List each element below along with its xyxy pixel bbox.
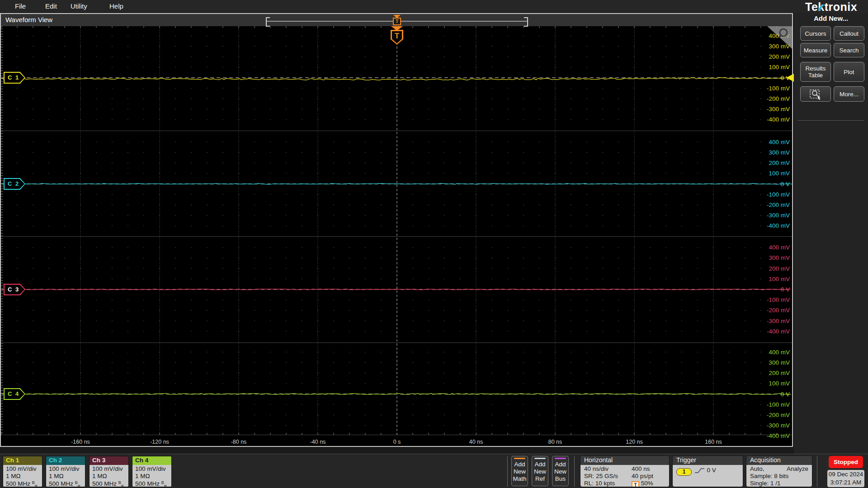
y-label-ch2: -400 mV: [767, 222, 790, 229]
datetime-badge: 09 Dec 2024 3:07:21 AM: [827, 470, 864, 487]
add-new-math-button[interactable]: AddNewMath: [511, 456, 528, 486]
accent-bar: [555, 458, 566, 459]
zoom-box-button[interactable]: [800, 86, 831, 102]
y-label-ch3: 400 mV: [769, 244, 790, 251]
add-new-measure-button[interactable]: Measure: [800, 43, 831, 57]
run-status-badge[interactable]: Stopped: [829, 456, 863, 468]
add-new-cursors-button[interactable]: Cursors: [800, 26, 831, 41]
horizontal-panel[interactable]: Horizontal 40 ns/div400 ns SR: 25 GS/s40…: [580, 455, 670, 487]
y-label-ch1: -100 mV: [767, 85, 790, 92]
add-new-search-button[interactable]: Search: [834, 43, 864, 57]
channel-badge-ch1[interactable]: Ch 1100 mV/div1 MΩ500 MHz Bw: [3, 456, 42, 487]
channel-label: Ch 3: [90, 456, 128, 465]
channel-bandwidth: 500 MHz Bw: [92, 479, 128, 487]
channel-scale: 100 mV/div: [92, 465, 128, 473]
y-label-ch4: 300 mV: [769, 359, 790, 366]
acquisition-single: Single: 1 /1: [750, 480, 808, 487]
y-label-ch2: 400 mV: [769, 139, 790, 145]
channel-bandwidth: 500 MHz Bw: [49, 479, 85, 487]
y-label-ch1: 100 mV: [769, 64, 790, 70]
y-label-ch4: -400 mV: [767, 432, 790, 439]
menu-edit[interactable]: Edit: [42, 1, 60, 11]
sidebar-divider: [797, 120, 864, 121]
y-label-ch2: -200 mV: [767, 202, 790, 208]
trigger-level-value: 0 V: [707, 467, 716, 474]
y-label-ch4: -200 mV: [767, 412, 790, 418]
add-new-more--button[interactable]: More...: [834, 86, 864, 102]
add-new-ref-button[interactable]: AddNewRef: [532, 456, 548, 486]
trigger-panel[interactable]: Trigger 1 0 V: [672, 455, 743, 487]
add-new-header: Add New...: [794, 14, 868, 22]
horizontal-scale: 40 ns/div: [584, 465, 632, 473]
menu-help[interactable]: Help: [107, 1, 126, 11]
add-new-plot-button[interactable]: Plot: [834, 62, 864, 82]
add-new-bus-button[interactable]: AddNewBus: [552, 456, 569, 486]
accent-bar: [534, 458, 546, 459]
menu-file[interactable]: File: [12, 1, 28, 11]
y-label-ch3: -400 mV: [767, 328, 790, 335]
y-label-ch2: 300 mV: [769, 149, 790, 156]
zoom-box-icon: [809, 88, 822, 100]
time-text: 3:07:21 AM: [827, 479, 864, 487]
channel-settings: 100 mV/div1 MΩ500 MHz Bw: [132, 465, 171, 487]
channel-badge-ch4[interactable]: Ch 4100 mV/div1 MΩ500 MHz Bw: [132, 456, 172, 487]
sample-resolution: 40 ps/pt: [632, 473, 653, 480]
acquisition-analyze: Analyze: [787, 465, 808, 473]
y-label-ch2: 200 mV: [769, 160, 790, 166]
channel-badge-ch2[interactable]: Ch 2100 mV/div1 MΩ500 MHz Bw: [46, 456, 85, 487]
x-label: 160 ns: [705, 439, 722, 445]
y-label-ch4: 100 mV: [769, 380, 790, 387]
y-label-ch1: -200 mV: [767, 95, 790, 102]
waveform-view-title: Waveform View: [5, 16, 52, 23]
horizontal-panel-title: Horizontal: [580, 456, 669, 465]
channel-impedance: 1 MΩ: [6, 473, 42, 480]
channel-label: Ch 1: [3, 456, 42, 465]
y-label-ch2: 0 V: [781, 181, 790, 188]
y-label-ch3: 300 mV: [769, 254, 790, 261]
sample-rate: SR: 25 GS/s: [584, 473, 632, 480]
y-label-ch1: 200 mV: [769, 53, 790, 60]
overview-bracket-right[interactable]: [524, 17, 528, 27]
channel-impedance: 1 MΩ: [49, 473, 85, 480]
acquisition-panel-title: Acquisition: [746, 456, 812, 465]
trigger-level-arrow-icon[interactable]: [786, 74, 794, 82]
date-text: 09 Dec 2024: [827, 470, 864, 479]
channel-bandwidth: 500 MHz Bw: [135, 479, 171, 487]
y-label-ch3: -300 mV: [767, 318, 790, 324]
trigger-panel-title: Trigger: [673, 456, 743, 465]
y-label-ch2: 100 mV: [769, 170, 790, 177]
accent-bar: [514, 458, 525, 459]
separator: [817, 456, 817, 487]
y-label-ch3: -200 mV: [767, 307, 790, 314]
y-label-ch3: 200 mV: [769, 265, 790, 272]
channel-handle-label: C 1: [5, 73, 24, 83]
x-label: -80 ns: [231, 439, 247, 445]
menu-bar: FileEditUtilityHelp: [0, 0, 868, 13]
x-label: 120 ns: [626, 439, 643, 445]
y-label-ch4: 400 mV: [769, 349, 790, 356]
channel-scale: 100 mV/div: [135, 465, 171, 473]
right-sidebar: Add New... CursorsCalloutMeasureSearchRe…: [794, 13, 868, 454]
trigger-position-mini-icon[interactable]: T: [393, 18, 401, 25]
overview-bracket-left[interactable]: [266, 17, 270, 27]
add-new-callout-button[interactable]: Callout: [834, 26, 864, 41]
waveform-graticule[interactable]: 400 mV300 mV200 mV100 mV0 V-100 mV-200 m…: [1, 26, 792, 446]
channel-badge-ch3[interactable]: Ch 3100 mV/div1 MΩ500 MHz Bw: [89, 456, 129, 487]
x-label: 80 ns: [548, 439, 562, 445]
channel-impedance: 1 MΩ: [92, 473, 128, 480]
menu-utility[interactable]: Utility: [68, 1, 90, 11]
channel-scale: 100 mV/div: [6, 465, 42, 473]
y-label-ch1: -400 mV: [767, 116, 790, 123]
channel-settings: 100 mV/div1 MΩ500 MHz Bw: [46, 465, 85, 487]
y-label-ch3: 100 mV: [769, 276, 790, 282]
channel-settings: 100 mV/div1 MΩ500 MHz Bw: [90, 465, 128, 487]
x-label: 40 ns: [469, 439, 483, 445]
x-label: -160 ns: [71, 439, 90, 445]
add-new-results-table-button[interactable]: Results Table: [800, 62, 831, 82]
y-label-ch3: 0 V: [781, 286, 790, 293]
x-label: -120 ns: [150, 439, 169, 445]
acquisition-panel[interactable]: Acquisition Auto,Analyze Sample: 8 bits …: [746, 455, 812, 487]
trigger-glyph: T: [392, 31, 402, 43]
channel-scale: 100 mV/div: [49, 465, 85, 473]
trigger-source-badge: 1: [676, 468, 692, 476]
